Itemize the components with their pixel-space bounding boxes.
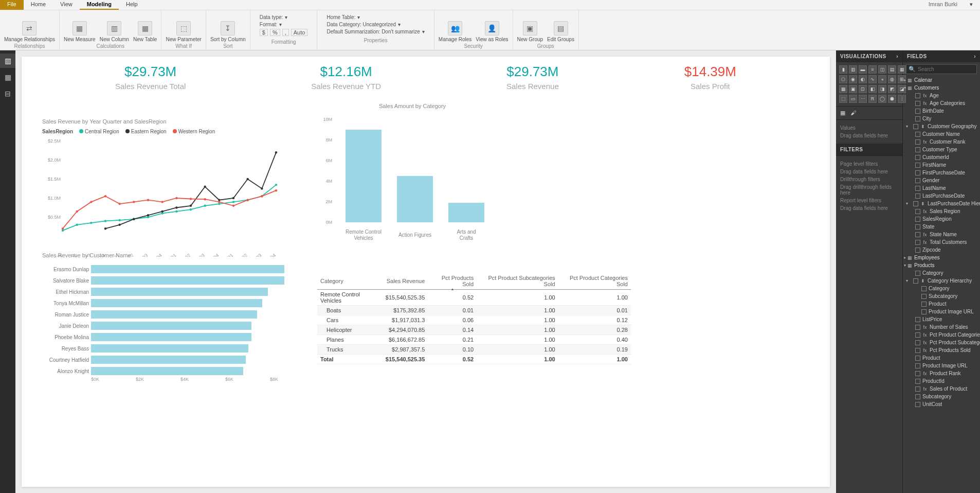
field-checkbox[interactable] <box>915 332 920 338</box>
fields-column-node[interactable]: fxSales of Product <box>903 385 980 393</box>
fields-tab-icon[interactable]: ▦ <box>840 110 845 116</box>
field-checkbox[interactable] <box>913 278 918 284</box>
report-canvas[interactable]: $29.73M Sales Revenue Total $12.16M Sale… <box>15 50 836 493</box>
fields-table-node[interactable]: ▾ ▦Customers <box>903 84 980 92</box>
vis-type-icon[interactable]: ▭ <box>849 95 857 103</box>
field-checkbox[interactable] <box>915 363 920 368</box>
field-checkbox[interactable] <box>921 294 927 299</box>
fields-column-node[interactable]: ListPrice <box>903 315 980 323</box>
field-checkbox[interactable] <box>915 178 920 183</box>
search-input[interactable] <box>918 66 980 72</box>
fields-column-node[interactable]: ProductId <box>903 377 980 385</box>
data-category-dropdown[interactable]: Data Category: Uncategorized <box>326 22 396 27</box>
field-checkbox[interactable] <box>915 186 920 191</box>
field-checkbox[interactable] <box>915 224 920 230</box>
fields-column-node[interactable]: City <box>903 115 980 122</box>
menu-help[interactable]: Help <box>119 0 145 10</box>
fields-column-node[interactable]: ▾⬍LastPurchaseDate Hierarchy <box>903 200 980 207</box>
hbar-row[interactable]: Erasmo Dunlap <box>42 263 315 275</box>
home-table-dropdown[interactable]: ▾ <box>357 14 360 20</box>
vis-type-icon[interactable]: ≡ <box>868 65 877 74</box>
fields-column-node[interactable]: Zipcode <box>903 246 980 254</box>
fields-column-node[interactable]: fxState Name <box>903 231 980 238</box>
field-checkbox[interactable] <box>915 170 920 175</box>
fields-hierarchy-level[interactable]: Subcategory <box>903 292 980 300</box>
hbar-row[interactable]: Roman Justice <box>42 309 315 320</box>
kpi-card[interactable]: $29.73M Sales Revenue Total <box>115 64 186 91</box>
fields-column-node[interactable]: fxPct Products Sold <box>903 346 980 354</box>
field-checkbox[interactable] <box>915 101 920 106</box>
format-tab-icon[interactable]: 🖌 <box>850 110 856 116</box>
new-measure-button[interactable]: ▦New Measure <box>64 12 96 42</box>
view-as-roles-button[interactable]: 👤View as Roles <box>476 12 508 42</box>
field-checkbox[interactable] <box>913 124 918 129</box>
fields-column-node[interactable]: Category <box>903 269 980 277</box>
chevron-down-icon[interactable]: ▾ <box>963 0 980 10</box>
field-checkbox[interactable] <box>915 340 920 345</box>
fields-column-node[interactable]: Gender <box>903 177 980 184</box>
field-checkbox[interactable] <box>915 116 920 121</box>
field-checkbox[interactable] <box>915 217 920 222</box>
vis-type-icon[interactable]: R <box>868 95 877 103</box>
hbar-row[interactable]: Alonzo Knight <box>42 365 315 377</box>
hbar-row[interactable]: Janie Deleon <box>42 320 315 331</box>
fields-column-node[interactable]: LastPurchaseDate <box>903 192 980 200</box>
vis-type-icon[interactable]: ◐ <box>859 75 867 83</box>
field-checkbox[interactable] <box>915 371 920 376</box>
hbar-row[interactable]: Tonya McMillan <box>42 297 315 309</box>
field-checkbox[interactable] <box>915 163 920 168</box>
menu-modeling[interactable]: Modeling <box>80 0 119 10</box>
vis-type-icon[interactable]: ◫ <box>878 65 886 74</box>
table-header[interactable]: Sales Revenue <box>383 273 428 290</box>
new-table-button[interactable]: ▦New Table <box>133 12 157 42</box>
table-row[interactable]: Boats$175,392.850.011.000.01 <box>317 306 631 315</box>
fields-column-node[interactable]: fxCustomer Rank <box>903 138 980 146</box>
fields-column-node[interactable]: State <box>903 223 980 231</box>
field-checkbox[interactable] <box>915 379 920 384</box>
kpi-card[interactable]: $12.16M Sales Revenue YTD <box>311 64 381 91</box>
field-checkbox[interactable] <box>915 271 920 276</box>
field-checkbox[interactable] <box>915 147 920 152</box>
vis-type-icon[interactable]: ◧ <box>868 85 877 93</box>
vis-type-icon[interactable]: ⩳ <box>878 75 886 83</box>
vis-type-icon[interactable]: ▩ <box>839 85 847 93</box>
field-checkbox[interactable] <box>915 132 920 137</box>
field-checkbox[interactable] <box>915 348 920 353</box>
fields-column-node[interactable]: FirstName <box>903 161 980 169</box>
field-checkbox[interactable] <box>915 356 920 361</box>
fields-column-node[interactable]: fxTotal Customers <box>903 238 980 246</box>
menu-file[interactable]: File <box>0 0 24 10</box>
fields-column-node[interactable]: Customer Type <box>903 146 980 153</box>
vis-type-icon[interactable]: ◉ <box>849 75 857 83</box>
new-parameter-button[interactable]: ⬚New Parameter <box>166 12 201 42</box>
fields-column-node[interactable]: ▾⬍Category Hierarchy <box>903 277 980 285</box>
hbar-row[interactable]: Salvatore Blake <box>42 275 315 286</box>
field-checkbox[interactable] <box>915 402 920 407</box>
fields-table-node[interactable]: ▾ ▦Products <box>903 261 980 269</box>
fields-column-node[interactable]: Product <box>903 354 980 362</box>
chevron-right-icon[interactable]: › <box>896 54 898 59</box>
fields-column-node[interactable]: fxPct Product Subcategories... <box>903 339 980 346</box>
vis-type-icon[interactable]: ⬡ <box>839 75 847 83</box>
vis-type-icon[interactable]: ◩ <box>888 85 896 93</box>
new-column-button[interactable]: ▥New Column <box>100 12 129 42</box>
table-row[interactable]: Planes$6,166,672.850.211.000.40 <box>317 335 631 345</box>
table-row[interactable]: Cars$1,917,031.30.061.000.12 <box>317 315 631 325</box>
data-view-icon[interactable]: ▦ <box>0 70 15 84</box>
field-checkbox[interactable] <box>915 386 920 392</box>
vis-type-icon[interactable]: ⋯ <box>859 95 867 103</box>
field-checkbox[interactable] <box>921 302 927 307</box>
fields-column-node[interactable]: SalesRegion <box>903 215 980 223</box>
values-drop-target[interactable]: Drag data fields here <box>840 133 898 138</box>
percent-button[interactable]: % <box>270 29 280 36</box>
vis-type-icon[interactable]: ◨ <box>878 85 886 93</box>
table-row[interactable]: Trucks$2,987,357.50.101.000.19 <box>317 345 631 355</box>
fields-table-node[interactable]: ▸ ▦Calenar <box>903 76 980 84</box>
table-header[interactable]: Pct Products Sold <box>428 273 477 290</box>
vis-type-icon[interactable]: ▤ <box>888 65 896 74</box>
fields-column-node[interactable]: ▾⬍Customer Geography <box>903 122 980 130</box>
default-summarization-dropdown[interactable]: Default Summarization: Don't summarize <box>326 29 420 34</box>
fields-column-node[interactable]: UnitCost <box>903 400 980 408</box>
fields-column-node[interactable]: fxPct Product Categories Sold <box>903 331 980 339</box>
fields-column-node[interactable]: BirthDate <box>903 107 980 115</box>
